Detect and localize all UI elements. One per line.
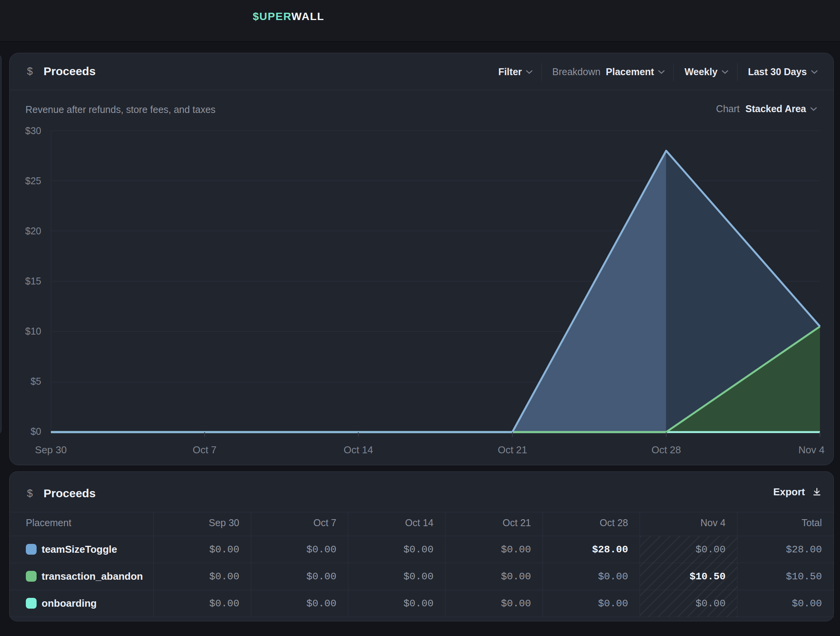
svg-text:$20: $20 <box>25 225 41 236</box>
svg-text:Oct 14: Oct 14 <box>344 444 373 456</box>
svg-text:Oct 28: Oct 28 <box>652 444 681 456</box>
svg-text:Oct 21: Oct 21 <box>498 444 528 456</box>
svg-text:$15: $15 <box>25 276 41 286</box>
svg-text:$30: $30 <box>25 125 41 136</box>
svg-text:Oct 7: Oct 7 <box>193 444 217 456</box>
svg-text:Nov 4: Nov 4 <box>798 444 825 456</box>
svg-text:$5: $5 <box>30 376 41 387</box>
svg-text:Sep 30: Sep 30 <box>35 444 67 456</box>
svg-text:$10: $10 <box>25 326 41 337</box>
svg-text:$25: $25 <box>25 175 41 186</box>
svg-text:$0: $0 <box>30 426 41 437</box>
